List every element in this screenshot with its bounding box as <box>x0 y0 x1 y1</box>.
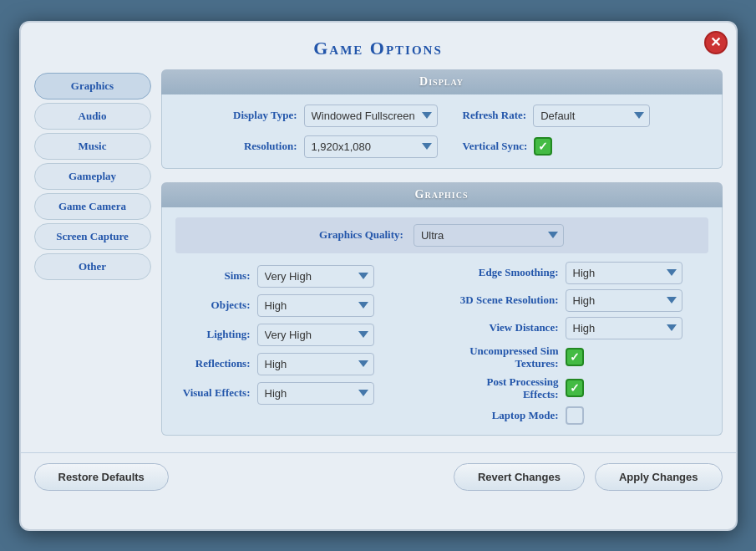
apply-changes-button[interactable]: Apply Changes <box>595 463 723 491</box>
display-type-select[interactable]: Windowed Fullscreen Fullscreen Windowed <box>304 105 438 127</box>
right-graphics-column: Edge Smoothing: High Very High Medium 3D… <box>442 262 708 425</box>
resolution-field: Resolution: 1,920x1,080 1,280x720 <box>175 135 438 158</box>
laptop-mode-label: Laptop Mode: <box>450 409 559 422</box>
view-distance-label: View Distance: <box>450 321 559 334</box>
refresh-rate-label: Refresh Rate: <box>463 109 527 122</box>
scene-resolution-select[interactable]: High Very High Medium <box>566 289 682 312</box>
sims-label: Sims: <box>175 269 251 283</box>
sims-field: Sims: Very High High Medium <box>175 262 442 291</box>
visual-effects-select[interactable]: High Very High Medium <box>257 382 374 405</box>
edge-smoothing-select[interactable]: High Very High Medium <box>566 262 682 284</box>
lighting-field: Lighting: Very High High Medium <box>175 320 442 349</box>
display-body: Display Type: Windowed Fullscreen Fullsc… <box>161 94 723 169</box>
post-processing-field: Post ProcessingEffects: ✓ <box>450 375 708 401</box>
footer: Restore Defaults Revert Changes Apply Ch… <box>21 452 736 501</box>
scene-resolution-field: 3D Scene Resolution: High Very High Medi… <box>450 289 708 312</box>
quality-label: Graphics Quality: <box>319 228 403 242</box>
footer-right: Revert Changes Apply Changes <box>454 463 723 491</box>
graphics-body: Graphics Quality: Ultra Very High High M… <box>161 207 723 436</box>
sidebar-item-music[interactable]: Music <box>34 133 151 160</box>
view-distance-field: View Distance: High Very High Medium <box>450 317 708 339</box>
visual-effects-field: Visual Effects: High Very High Medium <box>175 379 442 408</box>
restore-defaults-button[interactable]: Restore Defaults <box>34 463 169 491</box>
content-area: Display Display Type: Windowed Fullscree… <box>161 69 723 436</box>
uncompressed-label: Uncompressed SimTextures: <box>450 344 559 370</box>
lighting-label: Lighting: <box>175 328 251 341</box>
laptop-mode-field: Laptop Mode: <box>450 406 708 425</box>
sidebar-item-other[interactable]: Other <box>34 253 151 280</box>
sidebar-item-screen-capture[interactable]: Screen Capture <box>34 223 151 250</box>
graphics-quality-row: Graphics Quality: Ultra Very High High M… <box>175 217 708 253</box>
left-graphics-column: Sims: Very High High Medium Objects: <box>175 262 442 425</box>
uncompressed-field: Uncompressed SimTextures: ✓ <box>450 344 708 370</box>
quality-select[interactable]: Ultra Very High High Medium Low <box>414 224 564 247</box>
reflections-label: Reflections: <box>175 357 251 370</box>
display-type-label: Display Type: <box>233 109 297 122</box>
objects-label: Objects: <box>175 298 251 312</box>
objects-field: Objects: High Very High Medium <box>175 291 442 320</box>
sidebar-item-graphics[interactable]: Graphics <box>34 73 151 99</box>
resolution-label: Resolution: <box>244 140 297 153</box>
sidebar-item-audio[interactable]: Audio <box>34 103 151 130</box>
game-options-dialog: Game Options ✕ Graphics Audio Music Game… <box>19 21 738 531</box>
graphics-section: Graphics Graphics Quality: Ultra Very Hi… <box>161 182 723 436</box>
refresh-rate-field: Refresh Rate: Default 60Hz 120Hz <box>446 105 708 127</box>
graphics-header: Graphics <box>161 182 723 207</box>
resolution-select[interactable]: 1,920x1,080 1,280x720 <box>304 135 438 158</box>
close-button[interactable]: ✕ <box>704 31 728 54</box>
reflections-select[interactable]: High Very High Medium <box>257 353 374 375</box>
sidebar-item-game-camera[interactable]: Game Camera <box>34 193 151 220</box>
vertical-sync-checkbox[interactable]: ✓ <box>534 137 552 156</box>
vertical-sync-label: Vertical Sync: <box>463 140 528 153</box>
view-distance-select[interactable]: High Very High Medium <box>566 317 682 339</box>
display-type-field: Display Type: Windowed Fullscreen Fullsc… <box>175 105 438 127</box>
display-header: Display <box>161 69 723 94</box>
refresh-rate-select[interactable]: Default 60Hz 120Hz <box>533 105 650 127</box>
objects-select[interactable]: High Very High Medium <box>257 294 374 317</box>
post-processing-checkbox[interactable]: ✓ <box>566 379 584 397</box>
uncompressed-checkbox[interactable]: ✓ <box>566 348 584 366</box>
sidebar: Graphics Audio Music Gameplay Game Camer… <box>34 69 151 436</box>
sims-select[interactable]: Very High High Medium <box>257 265 374 288</box>
laptop-mode-checkbox[interactable] <box>566 406 584 425</box>
scene-resolution-label: 3D Scene Resolution: <box>450 293 559 307</box>
edge-smoothing-field: Edge Smoothing: High Very High Medium <box>450 262 708 284</box>
dialog-title: Game Options <box>21 23 736 69</box>
lighting-select[interactable]: Very High High Medium <box>257 324 374 346</box>
edge-smoothing-label: Edge Smoothing: <box>450 266 559 279</box>
post-processing-label: Post ProcessingEffects: <box>450 375 559 401</box>
sidebar-item-gameplay[interactable]: Gameplay <box>34 163 151 190</box>
reflections-field: Reflections: High Very High Medium <box>175 349 442 379</box>
revert-changes-button[interactable]: Revert Changes <box>454 463 585 491</box>
vertical-sync-field: Vertical Sync: ✓ <box>446 137 708 156</box>
display-section: Display Display Type: Windowed Fullscree… <box>161 69 723 169</box>
visual-effects-label: Visual Effects: <box>175 386 251 400</box>
